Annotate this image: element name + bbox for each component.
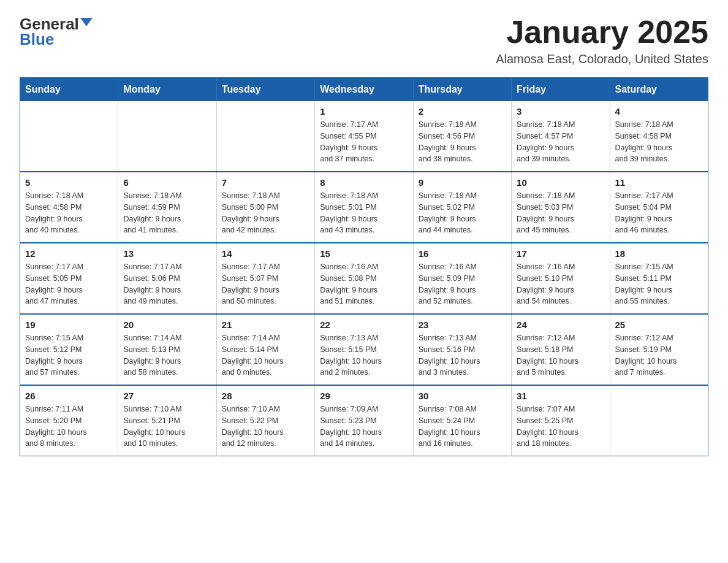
calendar-cell: 1Sunrise: 7:17 AMSunset: 4:55 PMDaylight… xyxy=(315,101,413,172)
calendar-cell: 13Sunrise: 7:17 AMSunset: 5:06 PMDayligh… xyxy=(118,243,216,314)
calendar-cell xyxy=(610,385,708,456)
day-number: 7 xyxy=(222,177,309,188)
logo-triangle-icon xyxy=(80,18,93,26)
day-number: 13 xyxy=(123,248,211,259)
day-info: Sunrise: 7:18 AMSunset: 5:02 PMDaylight:… xyxy=(419,190,506,236)
calendar-day-header: Sunday xyxy=(20,78,118,102)
day-number: 10 xyxy=(517,177,604,188)
calendar-cell: 7Sunrise: 7:18 AMSunset: 5:00 PMDaylight… xyxy=(216,172,314,243)
day-number: 27 xyxy=(123,391,211,401)
day-info: Sunrise: 7:17 AMSunset: 5:06 PMDaylight:… xyxy=(123,261,211,307)
location: Alamosa East, Colorado, United States xyxy=(496,52,708,66)
day-info: Sunrise: 7:17 AMSunset: 5:04 PMDaylight:… xyxy=(615,190,703,236)
day-number: 11 xyxy=(615,177,703,188)
day-number: 18 xyxy=(615,248,703,259)
day-number: 24 xyxy=(517,320,604,330)
calendar-day-header: Thursday xyxy=(413,78,511,102)
day-number: 16 xyxy=(419,248,506,259)
day-info: Sunrise: 7:18 AMSunset: 4:58 PMDaylight:… xyxy=(25,190,113,236)
calendar-cell: 31Sunrise: 7:07 AMSunset: 5:25 PMDayligh… xyxy=(512,385,610,456)
day-number: 15 xyxy=(320,248,408,259)
calendar-cell: 11Sunrise: 7:17 AMSunset: 5:04 PMDayligh… xyxy=(610,172,708,243)
calendar-cell: 18Sunrise: 7:15 AMSunset: 5:11 PMDayligh… xyxy=(610,243,708,314)
calendar-week-row: 19Sunrise: 7:15 AMSunset: 5:12 PMDayligh… xyxy=(20,314,708,385)
day-number: 8 xyxy=(320,177,408,188)
day-number: 23 xyxy=(419,320,506,330)
day-number: 12 xyxy=(25,248,113,259)
day-info: Sunrise: 7:17 AMSunset: 4:55 PMDaylight:… xyxy=(320,119,408,165)
day-info: Sunrise: 7:13 AMSunset: 5:15 PMDaylight:… xyxy=(320,332,408,378)
calendar-day-header: Wednesday xyxy=(315,78,413,102)
day-info: Sunrise: 7:16 AMSunset: 5:10 PMDaylight:… xyxy=(517,261,604,307)
day-info: Sunrise: 7:08 AMSunset: 5:24 PMDaylight:… xyxy=(419,404,506,450)
page-header: General Blue January 2025 Alamosa East, … xyxy=(20,15,708,66)
calendar-cell: 27Sunrise: 7:10 AMSunset: 5:21 PMDayligh… xyxy=(118,385,216,456)
day-number: 26 xyxy=(25,391,113,401)
day-info: Sunrise: 7:18 AMSunset: 4:59 PMDaylight:… xyxy=(123,190,211,236)
calendar-cell: 6Sunrise: 7:18 AMSunset: 4:59 PMDaylight… xyxy=(118,172,216,243)
day-number: 14 xyxy=(222,248,309,259)
day-number: 6 xyxy=(123,177,211,188)
title-section: January 2025 Alamosa East, Colorado, Uni… xyxy=(496,15,708,66)
day-info: Sunrise: 7:09 AMSunset: 5:23 PMDaylight:… xyxy=(320,404,408,450)
calendar-cell: 3Sunrise: 7:18 AMSunset: 4:57 PMDaylight… xyxy=(512,101,610,172)
day-info: Sunrise: 7:18 AMSunset: 4:58 PMDaylight:… xyxy=(615,119,703,165)
day-number: 25 xyxy=(615,320,703,330)
day-number: 3 xyxy=(517,106,604,117)
calendar-day-header: Monday xyxy=(118,78,216,102)
calendar-cell: 16Sunrise: 7:16 AMSunset: 5:09 PMDayligh… xyxy=(413,243,511,314)
day-info: Sunrise: 7:10 AMSunset: 5:21 PMDaylight:… xyxy=(123,404,211,450)
calendar-week-row: 1Sunrise: 7:17 AMSunset: 4:55 PMDaylight… xyxy=(20,101,708,172)
calendar-cell: 25Sunrise: 7:12 AMSunset: 5:19 PMDayligh… xyxy=(610,314,708,385)
calendar-cell: 19Sunrise: 7:15 AMSunset: 5:12 PMDayligh… xyxy=(20,314,118,385)
day-info: Sunrise: 7:12 AMSunset: 5:18 PMDaylight:… xyxy=(517,332,604,378)
calendar-cell: 21Sunrise: 7:14 AMSunset: 5:14 PMDayligh… xyxy=(216,314,314,385)
day-number: 17 xyxy=(517,248,604,259)
logo: General Blue xyxy=(20,15,93,49)
calendar-day-header: Saturday xyxy=(610,78,708,102)
day-number: 28 xyxy=(222,391,309,401)
day-number: 20 xyxy=(123,320,211,330)
day-info: Sunrise: 7:18 AMSunset: 5:03 PMDaylight:… xyxy=(517,190,604,236)
calendar-cell: 2Sunrise: 7:18 AMSunset: 4:56 PMDaylight… xyxy=(413,101,511,172)
calendar-cell: 5Sunrise: 7:18 AMSunset: 4:58 PMDaylight… xyxy=(20,172,118,243)
day-info: Sunrise: 7:18 AMSunset: 5:01 PMDaylight:… xyxy=(320,190,408,236)
month-title: January 2025 xyxy=(496,15,708,50)
calendar-cell: 20Sunrise: 7:14 AMSunset: 5:13 PMDayligh… xyxy=(118,314,216,385)
calendar-cell xyxy=(216,101,314,172)
calendar-cell: 29Sunrise: 7:09 AMSunset: 5:23 PMDayligh… xyxy=(315,385,413,456)
calendar-cell: 17Sunrise: 7:16 AMSunset: 5:10 PMDayligh… xyxy=(512,243,610,314)
day-info: Sunrise: 7:16 AMSunset: 5:08 PMDaylight:… xyxy=(320,261,408,307)
calendar-cell: 9Sunrise: 7:18 AMSunset: 5:02 PMDaylight… xyxy=(413,172,511,243)
day-number: 31 xyxy=(517,391,604,401)
day-number: 9 xyxy=(419,177,506,188)
calendar-week-row: 12Sunrise: 7:17 AMSunset: 5:05 PMDayligh… xyxy=(20,243,708,314)
day-number: 21 xyxy=(222,320,309,330)
day-info: Sunrise: 7:12 AMSunset: 5:19 PMDaylight:… xyxy=(615,332,703,378)
day-info: Sunrise: 7:16 AMSunset: 5:09 PMDaylight:… xyxy=(419,261,506,307)
calendar-cell: 24Sunrise: 7:12 AMSunset: 5:18 PMDayligh… xyxy=(512,314,610,385)
calendar-cell xyxy=(20,101,118,172)
day-number: 4 xyxy=(615,106,703,117)
calendar-day-header: Tuesday xyxy=(216,78,314,102)
calendar-table: SundayMondayTuesdayWednesdayThursdayFrid… xyxy=(20,77,708,456)
calendar-cell: 12Sunrise: 7:17 AMSunset: 5:05 PMDayligh… xyxy=(20,243,118,314)
calendar-cell: 8Sunrise: 7:18 AMSunset: 5:01 PMDaylight… xyxy=(315,172,413,243)
day-info: Sunrise: 7:07 AMSunset: 5:25 PMDaylight:… xyxy=(517,404,604,450)
calendar-cell: 10Sunrise: 7:18 AMSunset: 5:03 PMDayligh… xyxy=(512,172,610,243)
day-info: Sunrise: 7:15 AMSunset: 5:11 PMDaylight:… xyxy=(615,261,703,307)
day-number: 5 xyxy=(25,177,113,188)
calendar-week-row: 26Sunrise: 7:11 AMSunset: 5:20 PMDayligh… xyxy=(20,385,708,456)
day-number: 29 xyxy=(320,391,408,401)
calendar-week-row: 5Sunrise: 7:18 AMSunset: 4:58 PMDaylight… xyxy=(20,172,708,243)
day-number: 2 xyxy=(419,106,506,117)
day-info: Sunrise: 7:10 AMSunset: 5:22 PMDaylight:… xyxy=(222,404,309,450)
day-info: Sunrise: 7:18 AMSunset: 4:57 PMDaylight:… xyxy=(517,119,604,165)
calendar-cell: 22Sunrise: 7:13 AMSunset: 5:15 PMDayligh… xyxy=(315,314,413,385)
day-number: 1 xyxy=(320,106,408,117)
day-info: Sunrise: 7:13 AMSunset: 5:16 PMDaylight:… xyxy=(419,332,506,378)
calendar-header-row: SundayMondayTuesdayWednesdayThursdayFrid… xyxy=(20,78,708,102)
calendar-cell: 15Sunrise: 7:16 AMSunset: 5:08 PMDayligh… xyxy=(315,243,413,314)
calendar-cell: 23Sunrise: 7:13 AMSunset: 5:16 PMDayligh… xyxy=(413,314,511,385)
calendar-cell: 14Sunrise: 7:17 AMSunset: 5:07 PMDayligh… xyxy=(216,243,314,314)
